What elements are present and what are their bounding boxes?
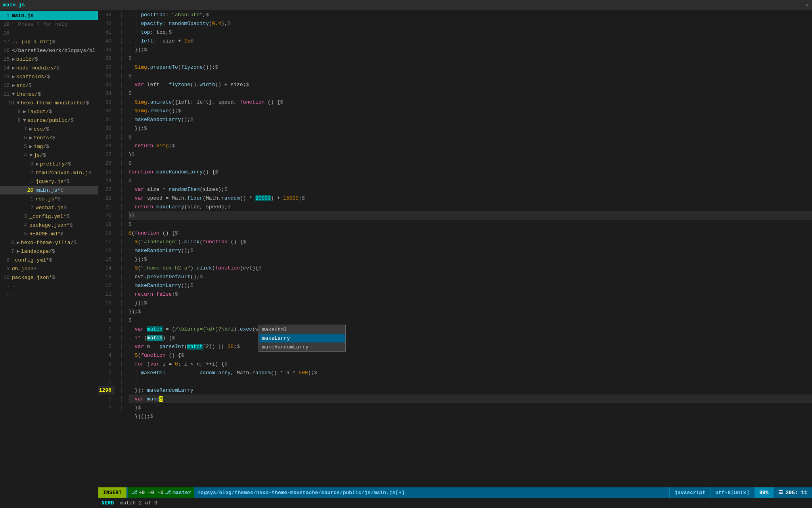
sidebar-help-text: 19 " Press ? for help (0, 20, 98, 29)
sidebar-item-img[interactable]: 5 ▶ img/ $ (0, 142, 98, 151)
code-line-30: │ });$ (128, 124, 812, 133)
code-line-42: │ │ opacity: randomOpacity(0.4),$ (128, 19, 812, 28)
mode-indicator: INSERT (98, 487, 126, 498)
command-line: NERD match 2 of 3 (98, 498, 812, 508)
sidebar-item-fonts[interactable]: 6 ▶ fonts/ $ (0, 133, 98, 142)
code-line-31: │ makeRandomLarry();$ (128, 115, 812, 124)
close-icon[interactable]: ✕ (806, 2, 809, 8)
code-line-35: var left = flyzone().width() + size;$ (128, 80, 812, 89)
code-line-22: var speed = Math.floor(Math.random() * 2… (128, 194, 812, 202)
code-line-23: var size = randomItem(sizes);$ (128, 185, 812, 194)
sidebar-item-readme[interactable]: 5 README.md* $ (0, 229, 98, 238)
autocomplete-item-makelarry[interactable]: makeLarry (259, 334, 345, 343)
sidebar-item-themes[interactable]: 11 ▼ themes/ $ (0, 90, 98, 98)
code-line-1: }); makeRandomLarry (128, 386, 812, 394)
code-content: │ │ position: "absolute",$ │ │ opacity: … (125, 10, 812, 487)
sidebar-item-hexo-moustache[interactable]: 10 ▼ hexo-theme-moustache/ $ (0, 98, 98, 107)
autocomplete-item-makerandomlarry[interactable]: makeRandomLarry (259, 343, 345, 351)
status-filetype: javascript (669, 487, 710, 498)
code-line-27: }$ (128, 150, 812, 159)
code-line-5: $(function () {$ (128, 351, 812, 360)
status-position: ☰ 296: 11 (773, 487, 812, 498)
code-line-last2: })();$ (128, 412, 812, 421)
sidebar-item-rss[interactable]: 1 rss.js* $ (0, 194, 98, 203)
sidebar-item-db-json[interactable]: 9 db.json $ (0, 264, 98, 273)
code-line-8: var match = (/\blarry=(\d+)?\b/i).exec(w… (128, 325, 812, 333)
sidebar-item-root-config[interactable]: 8 _config.yml* $ (0, 256, 98, 264)
sidebar-item-main-js-tree[interactable]: 20 main.js* $ (0, 186, 98, 194)
status-right-section: javascript utf-8[unix] 99% ☰ 296: 11 (669, 487, 812, 498)
sidebar-item-source-public[interactable]: 8 ▼ source/public/ $ (0, 116, 98, 125)
code-line-33: $img.animate({left: left}, speed, functi… (128, 98, 812, 106)
code-line-34: $ (128, 89, 812, 98)
code-line-11: });$ (128, 298, 812, 307)
sidebar-item-config-yml[interactable]: 3 _config.yml* $ (0, 212, 98, 221)
code-line-1296: var makeS (128, 394, 812, 403)
sidebar-item-scaffolds[interactable]: 13 ▶ scaffolds/ $ (0, 72, 98, 81)
sidebar-item-hexo-yilia[interactable]: 6 ▶ hexo-theme-yilia/ $ (0, 238, 98, 247)
code-line-20: }$ (128, 211, 812, 220)
editor-area: 43 42 41 40 39 38 37 36 35 34 33 32 31 3… (98, 10, 812, 508)
status-bar: INSERT ⎇ +0 ~0 -0 ⎇ master <ogsys/blog/t… (98, 487, 812, 498)
code-line-2: │ │ (128, 377, 812, 386)
sidebar-item-package-json[interactable]: 4 package.json* $ (0, 221, 98, 229)
status-encoding: utf-8[unix] (710, 487, 754, 498)
sidebar-item-html2canvas[interactable]: 2 html2canvas.min.j s (0, 168, 98, 177)
vim-editor: main.js ✕ 1 main.js 19 " Press ? for hel… (0, 0, 812, 508)
file-tree[interactable]: 1 main.js 19 " Press ? for help 18 17 ..… (0, 10, 98, 508)
sidebar-item-prettify[interactable]: 3 ▶ prettify/ $ (0, 160, 98, 168)
code-line-29: $ (128, 133, 812, 141)
code-line-39: │ });$ (128, 45, 812, 54)
code-line-last1: }$ (128, 403, 812, 412)
code-line-37: $img.prependTo(flyzone());$ (128, 63, 812, 71)
sidebar-up-dir[interactable]: 17 .. (up a dir) $ (0, 37, 98, 46)
sidebar-item-css[interactable]: 7 ▶ css/ $ (0, 125, 98, 133)
code-line-24: $ (128, 176, 812, 185)
sidebar-blogsys-path[interactable]: 16 </barretlee/work/blogsys/bl (0, 46, 98, 55)
autocomplete-item-makehtml[interactable]: makeHtml (259, 325, 345, 334)
code-line-19b: $ (128, 220, 812, 229)
code-line-18: $("#indexLogo").click(function () {$ (128, 237, 812, 246)
autocomplete-popup[interactable]: makeHtml makeLarry makeRandomLarry (259, 325, 346, 352)
sidebar-item-src[interactable]: 12 ▶ src/ $ (0, 81, 98, 90)
git-status: ⎇ +0 ~0 -0 ⎇ master (128, 487, 194, 498)
code-line-19: $(function () {$ (128, 229, 812, 237)
sidebar-item-root-package[interactable]: 10 package.json* $ (0, 273, 98, 282)
status-percent: 99% (754, 487, 773, 498)
sidebar-blank-18: 18 (0, 29, 98, 37)
code-line-26: $ (128, 159, 812, 167)
code-line-21: return makeLarry(size, speed);$ (128, 202, 812, 211)
code-line-38: $ (128, 54, 812, 63)
fold-column: │ │ │ │ │ │ │ │ │ │ │ │ │ │ │ │ │ (118, 10, 125, 487)
status-filepath: <ogsys/blog/themes/hexo-theme-moustache/… (194, 490, 669, 496)
sidebar-item-build[interactable]: 15 ▶ build/ $ (0, 55, 98, 64)
code-line-4: │ for (var i = 0; i < n; ++i) {$ (128, 360, 812, 368)
sidebar-item-wechat[interactable]: 2 wechat.js $ (0, 203, 98, 212)
code-line-12: │ return false;$ (128, 290, 812, 298)
sidebar-item-jquery[interactable]: 1 jquery.js* $ (0, 177, 98, 186)
code-line-7: if (match) {$ (128, 333, 812, 342)
code-line-13: │ makeRandomLarry();$ (128, 281, 812, 290)
code-line-3: │ │ makeHtml andomLarry, Math.random() *… (128, 368, 812, 377)
sidebar-tilde-2: ~ ~ (0, 291, 98, 299)
code-line-43: │ │ position: "absolute",$ (128, 10, 812, 19)
code-line-10: });$ (128, 307, 812, 316)
sidebar-item-layout[interactable]: 9 ▶ layout/ $ (0, 107, 98, 116)
code-line-41: │ │ top: top,$ (128, 28, 812, 37)
code-line-14: │ evt.preventDefault();$ (128, 272, 812, 281)
code-line-6: │ var n = parseInt(match[2]) || 20;$ (128, 342, 812, 351)
code-line-9b: $ (128, 316, 812, 325)
sidebar-item-main-js[interactable]: 1 main.js (0, 11, 98, 20)
code-line-36: $ (128, 71, 812, 80)
code-line-40: │ │ left: -size + 15$ (128, 37, 812, 45)
sidebar-tilde-1: ~ ~ (0, 282, 98, 291)
code-line-28: return $img;$ (128, 141, 812, 150)
code-line-16: });$ (128, 255, 812, 264)
sidebar-item-js[interactable]: 4 ▼ js/ $ (0, 151, 98, 160)
main-area: 1 main.js 19 " Press ? for help 18 17 ..… (0, 10, 812, 508)
line-gutter: 43 42 41 40 39 38 37 36 35 34 33 32 31 3… (98, 10, 118, 487)
code-line-15: $(".home-box h2 a").click(function(evt){… (128, 264, 812, 272)
sidebar-item-landscape[interactable]: 7 ▶ landscape/ $ (0, 247, 98, 256)
code-line-17: │ makeRandomLarry();$ (128, 246, 812, 255)
sidebar-item-node-modules[interactable]: 14 ▶ node_modules/ $ (0, 64, 98, 72)
